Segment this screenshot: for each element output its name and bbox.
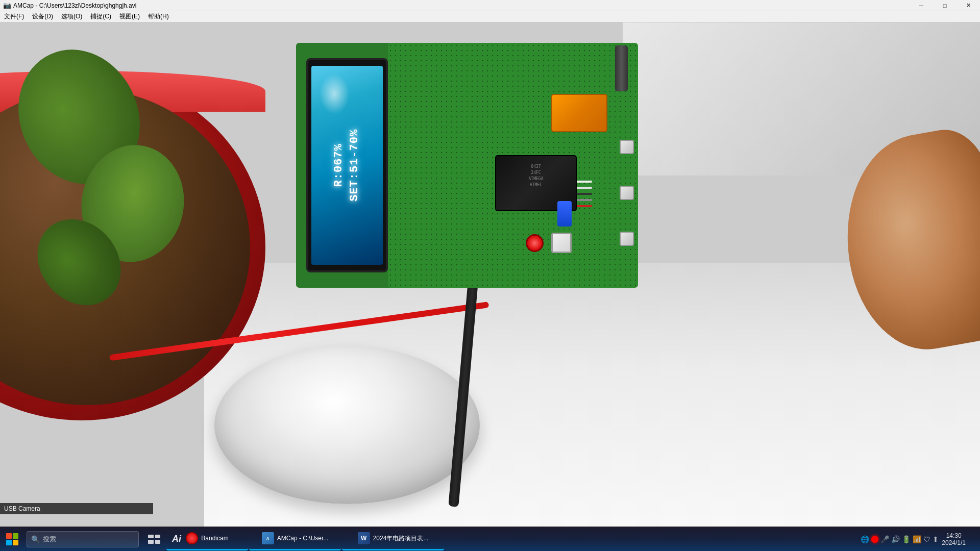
push-button-2	[620, 186, 634, 200]
title-bar-controls: ─ □ ✕	[910, 0, 980, 11]
lcd-text: R:067%SET:51-70%	[331, 129, 363, 202]
word-icon: W	[358, 532, 370, 544]
white-button	[551, 233, 572, 253]
taskbar: 🔍 搜索 Ai Bandicam	[0, 527, 980, 551]
task-view-icon	[148, 535, 160, 544]
ai-badge: Ai	[172, 527, 181, 551]
tray-battery-icon[interactable]: 🔋	[902, 535, 911, 543]
close-button[interactable]: ✕	[957, 0, 980, 11]
tray-arrow-icon[interactable]: ⬆	[933, 535, 939, 543]
menu-help[interactable]: 帮助(H)	[144, 11, 173, 22]
pcb-main-board: 043724FCATMEGAATMEL	[388, 43, 638, 288]
amcap-icon: A	[262, 532, 274, 544]
clock-date: 2024/1/1	[942, 539, 966, 546]
title-bar-left: 📷 AMCap - C:\Users\123zl\Desktop\ghghgjh…	[0, 2, 136, 9]
tray-network-icon[interactable]: 🌐	[861, 535, 869, 543]
title-bar: 📷 AMCap - C:\Users\123zl\Desktop\ghghgjh…	[0, 0, 980, 11]
status-text: USB Camera	[4, 505, 40, 512]
tray-mic-icon[interactable]: 🎤	[880, 535, 889, 543]
video-area: R:067%SET:51-70% 043724FCATMEGAATMEL	[0, 22, 980, 529]
menu-options[interactable]: 选项(O)	[57, 11, 86, 22]
red-led	[526, 234, 544, 252]
hand-shape	[830, 124, 980, 361]
tray-icons: 🌐 🎤 🔊 🔋 📶 🛡 ⬆	[861, 535, 939, 543]
push-button-3	[620, 232, 634, 246]
bowl	[214, 346, 480, 504]
minimize-button[interactable]: ─	[910, 0, 933, 11]
maximize-button[interactable]: □	[933, 0, 957, 11]
title-text: AMCap - C:\Users\123zl\Desktop\ghghgjh.a…	[13, 2, 136, 9]
taskbar-app-amcap[interactable]: A AMCap - C:\User...	[249, 528, 341, 550]
start-square-2	[13, 533, 18, 539]
chip-label: 043724FCATMEGAATMEL	[496, 156, 576, 188]
menu-capture[interactable]: 捕捉(C)	[86, 11, 115, 22]
clock-time: 14:30	[942, 532, 966, 539]
system-tray: 🌐 🎤 🔊 🔋 📶 🛡 ⬆ 14:30 2024/1/1	[861, 532, 976, 546]
blue-capacitor	[557, 201, 572, 227]
taskbar-apps: Ai Bandicam A AMCap - C:\User... W 2024年…	[143, 528, 861, 550]
app-icon: 📷	[3, 2, 11, 9]
tray-wifi-icon[interactable]: 📶	[913, 535, 921, 543]
menu-bar: 文件(F) 设备(D) 选项(O) 捕捉(C) 视图(E) 帮助(H)	[0, 11, 980, 22]
start-square-3	[6, 540, 12, 545]
orange-component	[551, 94, 607, 132]
windows-logo-icon	[6, 533, 18, 545]
tray-shield-icon[interactable]: 🛡	[923, 535, 930, 543]
bandicam-icon	[186, 532, 198, 544]
tray-speaker-icon[interactable]: 🔊	[891, 535, 900, 543]
audio-connector	[615, 45, 628, 91]
search-placeholder-text: 搜索	[43, 535, 56, 544]
taskbar-app-word[interactable]: W 2024年电路项目表...	[342, 528, 444, 550]
task-view-button[interactable]	[143, 528, 165, 550]
lcd-bezel: R:067%SET:51-70%	[306, 58, 388, 272]
taskbar-search[interactable]: 🔍 搜索	[27, 531, 139, 547]
amcap-label: AMCap - C:\User...	[277, 535, 329, 542]
start-square-4	[13, 540, 18, 545]
menu-device[interactable]: 设备(D)	[28, 11, 57, 22]
start-square-1	[6, 533, 12, 539]
bandicam-label: Bandicam	[201, 535, 228, 542]
hand	[806, 124, 980, 380]
lcd-screen: R:067%SET:51-70%	[311, 66, 383, 265]
menu-file[interactable]: 文件(F)	[0, 11, 28, 22]
start-button[interactable]	[0, 527, 24, 552]
recording-indicator	[871, 536, 878, 543]
circuit-board: R:067%SET:51-70% 043724FCATMEGAATMEL	[296, 43, 643, 298]
push-button-1	[620, 140, 634, 154]
system-clock[interactable]: 14:30 2024/1/1	[942, 532, 966, 546]
word-label: 2024年电路项目表...	[373, 534, 429, 543]
search-icon: 🔍	[31, 535, 40, 543]
menu-view[interactable]: 视图(E)	[115, 11, 144, 22]
status-bar: USB Camera	[0, 503, 153, 514]
lcd-section: R:067%SET:51-70%	[296, 43, 398, 288]
